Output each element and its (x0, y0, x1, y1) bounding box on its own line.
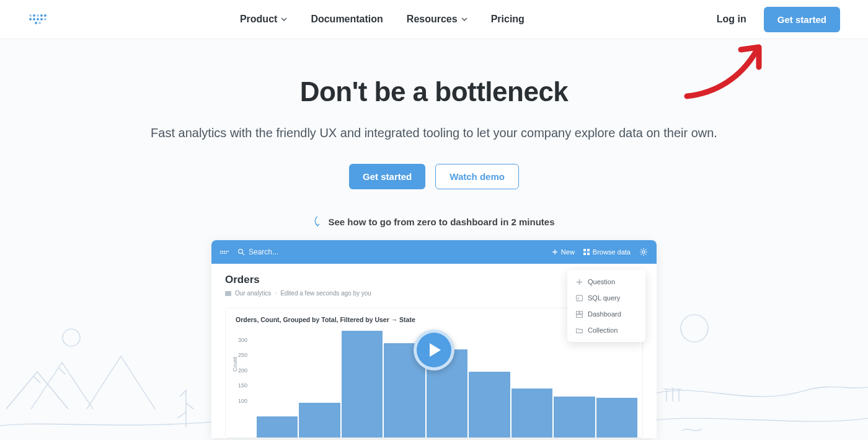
app-preview: Search... New Browse data Orders Our ana… (211, 240, 657, 438)
hero-headline: Don't be a bottleneck (12, 76, 856, 107)
app-logo-icon (220, 251, 229, 254)
teaser-row: See how to go from zero to dashboard in … (12, 215, 856, 228)
gear-icon[interactable] (639, 248, 648, 256)
brand-logo[interactable] (28, 9, 48, 29)
svg-point-2 (239, 249, 243, 254)
nav-right: Log in Get started (717, 7, 840, 32)
bar (512, 388, 552, 438)
svg-line-16 (641, 254, 642, 254)
menu-label: Collection (588, 326, 618, 334)
nav-center: Product Documentation Resources Pricing (48, 14, 717, 25)
app-search[interactable]: Search... (237, 248, 278, 256)
menu-item-dashboard[interactable]: Dashboard (567, 306, 645, 322)
svg-line-3 (242, 253, 244, 255)
app-browse-label: Browse data (593, 248, 631, 256)
search-icon (237, 248, 245, 256)
nav-item-pricing[interactable]: Pricing (491, 14, 525, 25)
nav-item-documentation[interactable]: Documentation (311, 14, 383, 25)
menu-item-collection[interactable]: Collection (567, 322, 645, 338)
login-link[interactable]: Log in (717, 14, 746, 25)
edited-label: Edited a few seconds ago by you (280, 290, 371, 297)
menu-item-sql[interactable]: SQL query (567, 290, 645, 306)
hero-section: Don't be a bottleneck Fast analytics wit… (0, 39, 868, 228)
nav-label: Documentation (311, 14, 383, 25)
bar (469, 372, 510, 438)
app-bar: Search... New Browse data (211, 240, 657, 264)
plus-icon (552, 249, 558, 255)
svg-point-8 (642, 251, 645, 253)
search-placeholder: Search... (249, 248, 278, 256)
chevron-down-icon (461, 16, 467, 22)
y-tick: 300 (238, 337, 247, 343)
svg-line-15 (645, 249, 646, 250)
breadcrumb[interactable]: Our analytics (235, 290, 271, 297)
svg-rect-7 (587, 253, 590, 255)
svg-rect-5 (587, 249, 590, 251)
plus-icon (576, 279, 583, 285)
bar (342, 331, 383, 438)
new-menu-dropdown: Question SQL query Dashboard Collection (567, 270, 645, 342)
y-tick: 150 (238, 382, 247, 388)
meta-sep: · (275, 290, 277, 297)
app-new-button[interactable]: New (552, 248, 575, 256)
svg-rect-4 (583, 249, 586, 251)
play-icon (428, 342, 442, 358)
nav-label: Product (240, 14, 277, 25)
bar (299, 403, 340, 438)
y-tick: 100 (238, 398, 247, 404)
bar (596, 398, 637, 438)
dashboard-icon (576, 311, 583, 318)
menu-label: SQL query (588, 294, 620, 302)
app-browse-button[interactable]: Browse data (583, 248, 631, 256)
svg-rect-18 (577, 311, 579, 313)
grid-icon (583, 249, 590, 255)
bar (554, 397, 595, 438)
svg-rect-6 (583, 253, 586, 255)
app-new-label: New (561, 248, 575, 256)
svg-line-13 (641, 249, 642, 250)
hero-get-started-button[interactable]: Get started (349, 164, 425, 189)
menu-item-question[interactable]: Question (567, 274, 645, 290)
nav-label: Resources (407, 14, 458, 25)
play-button[interactable] (414, 330, 454, 370)
bar (257, 416, 298, 438)
svg-rect-17 (577, 295, 583, 301)
y-tick: 200 (238, 367, 247, 374)
chevron-down-icon (281, 16, 287, 22)
svg-rect-19 (580, 311, 582, 313)
hero-buttons: Get started Watch demo (12, 164, 856, 189)
y-axis-label: Count (232, 357, 238, 372)
folder-icon (576, 327, 583, 334)
nav-item-resources[interactable]: Resources (407, 14, 467, 25)
menu-label: Dashboard (588, 310, 621, 318)
menu-label: Question (588, 278, 615, 285)
nav-label: Pricing (491, 14, 525, 25)
y-tick: 250 (238, 352, 247, 358)
teaser-text: See how to go from zero to dashboard in … (328, 217, 554, 227)
top-nav: Product Documentation Resources Pricing … (0, 0, 868, 39)
curly-arrow-icon (313, 215, 322, 228)
get-started-button[interactable]: Get started (764, 7, 840, 32)
svg-line-14 (645, 254, 646, 254)
hero-watch-demo-button[interactable]: Watch demo (435, 164, 519, 189)
svg-rect-20 (577, 315, 583, 317)
nav-item-product[interactable]: Product (240, 14, 287, 25)
folder-icon (225, 291, 231, 296)
hero-subtext: Fast analytics with the friendly UX and … (12, 123, 856, 143)
terminal-icon (576, 295, 583, 302)
preview-wrap: Search... New Browse data Orders Our ana… (0, 240, 868, 438)
